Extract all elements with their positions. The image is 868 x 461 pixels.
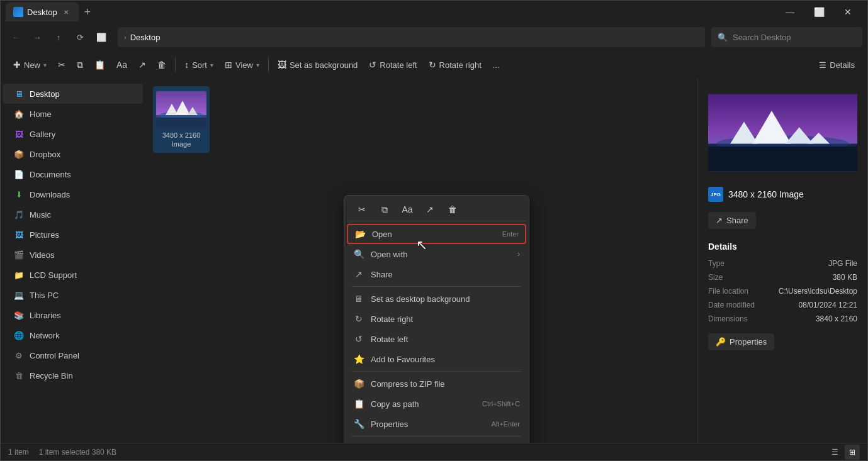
- details-share-icon: ↗: [716, 216, 723, 225]
- ctx-zip-item[interactable]: 📦 Compress to ZIP file: [347, 374, 526, 394]
- tab-close-button[interactable]: ✕: [61, 7, 71, 17]
- delete-button[interactable]: 🗑: [152, 55, 171, 75]
- details-button[interactable]: ☰ Details: [814, 55, 860, 75]
- view-button[interactable]: ⊞ View ▾: [220, 55, 264, 75]
- details-label: Details: [830, 60, 855, 70]
- thispc-icon: 💻: [13, 289, 25, 301]
- ctx-props-item[interactable]: 🔧 Properties Alt+Enter: [347, 414, 526, 434]
- libraries-icon: 📚: [13, 309, 25, 321]
- sidebar-item-libraries[interactable]: 📚 Libraries: [3, 305, 143, 325]
- maximize-button[interactable]: ⬜: [804, 1, 833, 23]
- ctx-open-label: Open: [372, 230, 392, 239]
- more-button[interactable]: ...: [488, 55, 505, 75]
- sidebar-label-lcd: LCD Support: [30, 270, 77, 280]
- ctx-props-label: Properties: [371, 419, 408, 429]
- set-bg-button[interactable]: 🖼 Set as background: [273, 55, 363, 75]
- sidebar-item-recycle[interactable]: 🗑 Recycle Bin: [3, 365, 143, 386]
- copy-icon: ⧉: [77, 60, 83, 70]
- sidebar-item-videos[interactable]: 🎬 Videos: [3, 245, 143, 265]
- ctx-cut-button[interactable]: ✂: [352, 201, 372, 218]
- new-tab-button[interactable]: +: [79, 3, 96, 21]
- grid-view-button[interactable]: ⊞: [845, 445, 860, 460]
- ctx-openwith-icon: 🔍: [353, 249, 364, 259]
- address-text: Desktop: [130, 33, 161, 42]
- share-button[interactable]: ↗: [133, 55, 151, 75]
- rename-button[interactable]: Aa: [111, 55, 132, 75]
- ctx-delete-button[interactable]: 🗑: [442, 201, 463, 218]
- up-button[interactable]: ↑: [48, 27, 69, 47]
- minimize-button[interactable]: —: [775, 1, 804, 23]
- sidebar-item-desktop[interactable]: 🖥 Desktop: [3, 84, 143, 104]
- sidebar-item-thispc[interactable]: 💻 This PC: [3, 285, 143, 305]
- back-button[interactable]: ←: [6, 27, 26, 47]
- details-properties-icon: 🔑: [716, 337, 726, 347]
- ctx-rename-button[interactable]: Aa: [397, 201, 417, 218]
- sidebar-item-home[interactable]: 🏠 Home: [3, 104, 143, 124]
- gallery-icon: 🖼: [13, 128, 25, 140]
- rotate-right-button[interactable]: ↻ Rotate right: [424, 55, 487, 75]
- ctx-copypath-icon: 📋: [353, 399, 364, 409]
- new-button[interactable]: ✚ New ▾: [8, 55, 52, 75]
- details-properties-button[interactable]: 🔑 Properties: [708, 333, 774, 350]
- pictures-icon: 🖼: [13, 229, 25, 240]
- sidebar-item-downloads[interactable]: ⬇ Downloads: [3, 184, 143, 204]
- sidebar-item-lcd[interactable]: 📁 LCD Support: [3, 265, 143, 285]
- sidebar-label-libraries: Libraries: [30, 311, 61, 320]
- address-bar[interactable]: › Desktop: [118, 27, 705, 47]
- view-chevron: ▾: [256, 62, 259, 69]
- tab-area: Desktop ✕ +: [6, 3, 775, 21]
- cut-button[interactable]: ✂: [53, 55, 70, 75]
- ctx-rotleft-item[interactable]: ↺ Rotate left: [347, 329, 526, 349]
- sidebar-item-dropbox[interactable]: 📦 Dropbox: [3, 144, 143, 164]
- sidebar-item-gallery[interactable]: 🖼 Gallery: [3, 124, 143, 144]
- ctx-setbg-label: Set as desktop background: [371, 294, 470, 304]
- sort-chevron: ▾: [210, 62, 213, 69]
- sidebar-item-control[interactable]: ⚙ Control Panel: [3, 345, 143, 365]
- set-bg-icon: 🖼: [278, 60, 286, 70]
- close-button[interactable]: ✕: [833, 1, 862, 23]
- forward-button[interactable]: →: [27, 27, 47, 47]
- set-bg-label: Set as background: [290, 60, 358, 70]
- new-icon: ✚: [13, 60, 21, 70]
- ctx-rotright-label: Rotate right: [371, 314, 413, 324]
- file-dimensions-label: 3480 x 2160: [155, 131, 207, 139]
- view-toggle-button[interactable]: ⬜: [91, 27, 111, 47]
- file-thumbnail: [156, 91, 206, 129]
- context-menu: ✂ ⧉ Aa ↗ 🗑 📂 Open Enter 🔍 Open with ›: [344, 195, 529, 443]
- ctx-dropbox-item[interactable]: 📦 Dropbox ›: [347, 438, 526, 443]
- ctx-open-shortcut: Enter: [502, 230, 519, 238]
- ctx-copypath-item[interactable]: 📋 Copy as path Ctrl+Shift+C: [347, 394, 526, 414]
- rotate-left-label: Rotate left: [380, 60, 417, 70]
- ctx-openwith-item[interactable]: 🔍 Open with ›: [347, 244, 526, 264]
- ctx-share-item[interactable]: ↗ Share: [347, 264, 526, 284]
- details-title: JPG 3480 x 2160 Image: [708, 187, 857, 202]
- refresh-button[interactable]: ⟳: [70, 27, 90, 47]
- sidebar-item-pictures[interactable]: 🖼 Pictures: [3, 225, 143, 245]
- sidebar-item-network[interactable]: 🌐 Network: [3, 325, 143, 345]
- ctx-share-button[interactable]: ↗: [420, 201, 440, 218]
- details-preview-image: [708, 89, 857, 177]
- ctx-copy-button[interactable]: ⧉: [375, 201, 395, 218]
- ctx-fav-item[interactable]: ⭐ Add to Favourites: [347, 349, 526, 369]
- sidebar-label-videos: Videos: [30, 250, 55, 260]
- ctx-openwith-sub: ›: [517, 250, 520, 258]
- copy-button[interactable]: ⧉: [72, 55, 88, 75]
- search-bar[interactable]: 🔍 Search Desktop: [711, 27, 862, 47]
- paste-button[interactable]: 📋: [89, 55, 110, 75]
- nav-bar: ← → ↑ ⟳ ⬜ › Desktop 🔍 Search Desktop: [1, 23, 867, 51]
- sort-button[interactable]: ↕ Sort ▾: [179, 55, 218, 75]
- file-area[interactable]: 3480 x 2160 Image ✂ ⧉ Aa ↗ 🗑 📂 Open Ente…: [145, 79, 697, 443]
- sidebar-item-documents[interactable]: 📄 Documents: [3, 164, 143, 184]
- active-tab[interactable]: Desktop ✕: [6, 3, 79, 21]
- ctx-setbg-item[interactable]: 🖥 Set as desktop background: [347, 289, 526, 309]
- rotate-left-button[interactable]: ↺ Rotate left: [364, 55, 422, 75]
- file-item-image[interactable]: 3480 x 2160 Image: [153, 86, 210, 153]
- ctx-share-label: Share: [371, 270, 393, 279]
- list-view-button[interactable]: ☰: [827, 445, 842, 460]
- command-bar: ✚ New ▾ ✂ ⧉ 📋 Aa ↗ 🗑 ↕ Sort ▾ ⊞ Vie: [1, 51, 867, 79]
- ctx-open-item[interactable]: 📂 Open Enter: [347, 224, 526, 244]
- sidebar-item-music[interactable]: 🎵 Music: [3, 204, 143, 225]
- ctx-rotright-item[interactable]: ↻ Rotate right: [347, 309, 526, 329]
- details-row-dimensions: Dimensions 3840 x 2160: [708, 314, 857, 323]
- details-share-button[interactable]: ↗ Share: [708, 212, 756, 229]
